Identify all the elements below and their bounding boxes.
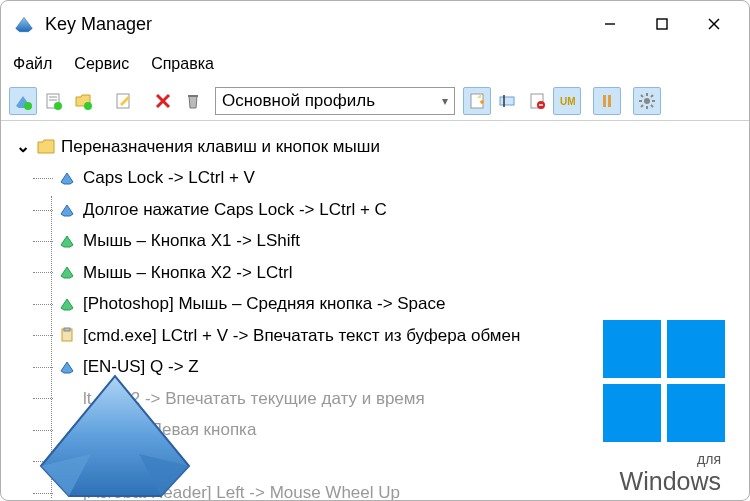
tree-item-label: Долгое нажатие Caps Lock -> LCtrl + C [83,194,387,225]
tree-item[interactable]: Мышь – Кнопка X1 -> LShift [33,225,735,256]
folder-icon [37,138,55,156]
key-icon [59,359,75,375]
app-icon [13,13,35,35]
rename-profile-button[interactable] [493,87,521,115]
delete-profile-button[interactable] [523,87,551,115]
add-key-button[interactable] [9,87,37,115]
key-icon [59,202,75,218]
key-icon [59,453,75,469]
close-button[interactable] [691,8,737,40]
new-profile-button[interactable] [463,87,491,115]
svg-line-30 [641,105,643,107]
profile-select[interactable]: Основной профиль ▾ [215,87,455,115]
key-icon [59,264,75,280]
settings-button[interactable] [633,87,661,115]
um-button[interactable]: UM [553,87,581,115]
tree-item[interactable]: Reader [33,445,735,476]
key-icon [59,485,75,500]
menu-file[interactable]: Файл [13,55,52,73]
add-action-button[interactable] [39,87,67,115]
svg-rect-33 [64,328,70,331]
tree-item[interactable]: [Acrobat Reader] Left -> Mouse Wheel Up [33,477,735,500]
key-icon [59,422,75,438]
collapse-icon[interactable]: ⌄ [15,131,31,162]
svg-line-31 [651,95,653,97]
svg-point-23 [644,98,650,104]
edit-button[interactable] [109,87,137,115]
tree-root-label: Переназначения клавиш и кнопок мыши [61,131,380,162]
svg-line-28 [641,95,643,97]
key-icon [59,296,75,312]
tree-item[interactable]: lt + F12 -> Впечатать текущие дату и вре… [33,383,735,414]
tree-item-label: Мышь – Левая кнопка [83,414,256,445]
svg-point-9 [84,102,92,110]
svg-text:UM: UM [560,96,576,107]
tree-item-label: Мышь – Кнопка X1 -> LShift [83,225,300,256]
key-icon [59,390,75,406]
tree-item-label: [cmd.exe] LCtrl + V -> Впечатать текст и… [83,320,520,351]
svg-rect-22 [608,95,611,107]
tree-item[interactable]: Мышь – Кнопка X2 -> LCtrl [33,257,735,288]
profile-selected: Основной профиль [222,91,442,111]
tree-item[interactable]: [Photoshop] Мышь – Средняя кнопка -> Spa… [33,288,735,319]
svg-rect-15 [500,97,514,105]
tree-item-label: Мышь – Кнопка X2 -> LCtrl [83,257,292,288]
tree-item[interactable]: [EN-US] Q -> Z [33,351,735,382]
svg-rect-14 [471,94,483,108]
svg-point-4 [24,102,32,110]
window-title: Key Manager [45,14,587,35]
tree-item-label: [Photoshop] Мышь – Средняя кнопка -> Spa… [83,288,445,319]
tree-item[interactable]: Caps Lock -> LCtrl + V [33,162,735,193]
tree-item-label: Reader [83,445,139,476]
tree-item[interactable]: Долгое нажатие Caps Lock -> LCtrl + C [33,194,735,225]
minimize-button[interactable] [587,8,633,40]
add-folder-button[interactable] [69,87,97,115]
tree-item-label: Caps Lock -> LCtrl + V [83,162,255,193]
maximize-button[interactable] [639,8,685,40]
svg-point-8 [54,102,62,110]
delete-button[interactable] [149,87,177,115]
key-icon [59,170,75,186]
key-icon [59,327,75,343]
tree-item[interactable]: Мышь – Левая кнопка [33,414,735,445]
tree-item-label: lt + F12 -> Впечатать текущие дату и вре… [83,383,425,414]
menu-service[interactable]: Сервис [74,55,129,73]
tree-root[interactable]: ⌄ Переназначения клавиш и кнопок мыши [15,131,735,162]
key-icon [59,233,75,249]
chevron-down-icon: ▾ [442,94,448,108]
menu-help[interactable]: Справка [151,55,214,73]
svg-line-29 [651,105,653,107]
trash-button[interactable] [179,87,207,115]
tree-item-label: [Acrobat Reader] Left -> Mouse Wheel Up [83,477,400,500]
tree-item[interactable]: [cmd.exe] LCtrl + V -> Впечатать текст и… [33,320,735,351]
svg-rect-1 [657,19,667,29]
pause-button[interactable] [593,87,621,115]
tree-item-label: [EN-US] Q -> Z [83,351,199,382]
svg-rect-21 [603,95,606,107]
